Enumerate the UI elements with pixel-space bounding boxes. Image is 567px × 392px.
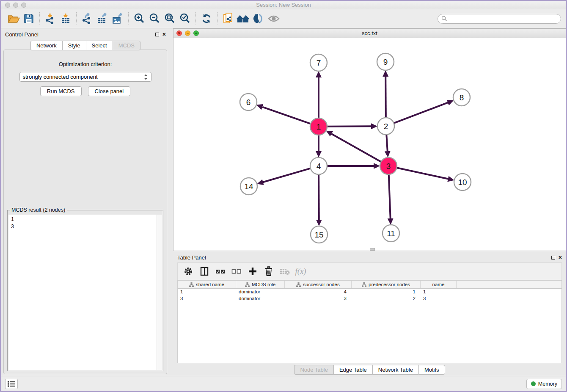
network-canvas[interactable]: 7968124310141511: [173, 38, 566, 251]
edge-4-15[interactable]: [319, 174, 319, 220]
network-window-title: scc.txt: [362, 30, 377, 36]
export-network-icon[interactable]: [80, 11, 95, 26]
node-3[interactable]: 3: [380, 157, 397, 174]
delete-column-icon[interactable]: [261, 264, 276, 279]
table-cell: 3: [421, 295, 457, 302]
mcds-result-textarea[interactable]: 1 3: [8, 215, 162, 370]
edge-1-2[interactable]: [327, 126, 371, 127]
control-panel-title: Control Panel: [5, 31, 39, 38]
column-header-name[interactable]: name: [421, 281, 457, 288]
run-mcds-button[interactable]: Run MCDS: [40, 86, 82, 96]
table-row[interactable]: 1dominator411: [178, 289, 561, 295]
node-2[interactable]: 2: [377, 118, 394, 135]
node-10[interactable]: 10: [454, 174, 471, 190]
column-header-predecessor-nodes[interactable]: predecessor nodes: [352, 281, 421, 288]
node-11[interactable]: 11: [383, 225, 399, 242]
table-cell: 1: [352, 289, 421, 295]
edge-4-14[interactable]: [263, 168, 311, 182]
node-6[interactable]: 6: [240, 94, 257, 110]
save-session-icon[interactable]: [21, 11, 36, 26]
apply-style-icon[interactable]: [251, 11, 266, 26]
search-input[interactable]: [449, 16, 557, 22]
table-cell: 1: [178, 289, 236, 295]
show-all-icon[interactable]: [236, 11, 251, 26]
column-header-successor-nodes[interactable]: successor nodes: [285, 281, 352, 288]
open-session-icon[interactable]: [6, 11, 21, 26]
node-14[interactable]: 14: [240, 178, 257, 195]
node-7[interactable]: 7: [310, 54, 327, 71]
network-zoom-button[interactable]: +: [193, 30, 199, 36]
node-9[interactable]: 9: [377, 53, 394, 70]
export-image-icon[interactable]: [110, 11, 125, 26]
float-table-panel-icon[interactable]: [551, 256, 555, 259]
zoom-in-icon[interactable]: [132, 11, 147, 26]
new-network-from-selection-icon[interactable]: [220, 11, 236, 26]
close-window-button[interactable]: [5, 3, 10, 8]
network-window-titlebar: × – + scc.txt: [173, 29, 566, 38]
edge-3-10[interactable]: [397, 168, 448, 179]
select-stepper-icon: [143, 74, 148, 80]
close-panel-button[interactable]: Close panel: [88, 86, 131, 96]
tab-node-table[interactable]: Node Table: [294, 365, 333, 375]
column-type-icon: [362, 282, 366, 287]
import-table-icon[interactable]: [58, 11, 73, 26]
svg-text:15: 15: [314, 230, 323, 239]
svg-text:3: 3: [386, 162, 391, 171]
network-minimize-button[interactable]: –: [185, 30, 190, 36]
optimization-criterion-label: Optimization criterion:: [4, 61, 167, 67]
import-network-icon[interactable]: [43, 11, 58, 26]
zoom-window-button[interactable]: [21, 3, 26, 8]
add-column-icon[interactable]: [245, 264, 260, 279]
svg-text:9: 9: [383, 58, 388, 66]
edge-2-3[interactable]: [386, 135, 387, 151]
network-close-button[interactable]: ×: [176, 30, 182, 36]
table-toolbar: f(x): [177, 262, 562, 280]
tab-style[interactable]: Style: [62, 41, 86, 50]
optimization-criterion-select[interactable]: strongly connected component: [19, 72, 151, 82]
mcds-result-title: MCDS result (2 nodes): [10, 207, 67, 213]
close-panel-icon[interactable]: ×: [162, 33, 166, 36]
tab-network-table[interactable]: Network Table: [372, 365, 418, 375]
table-cell: dominator: [236, 289, 285, 295]
table-settings-icon[interactable]: [181, 264, 195, 279]
mcds-result-group: MCDS result (2 nodes) 1 3: [7, 210, 163, 371]
column-header-shared-name[interactable]: shared name: [178, 281, 236, 288]
svg-text:10: 10: [458, 178, 467, 187]
minimize-window-button[interactable]: [13, 3, 18, 8]
edge-2-8[interactable]: [394, 102, 448, 123]
node-1[interactable]: 1: [310, 118, 327, 135]
tab-mcds[interactable]: MCDS: [113, 41, 140, 50]
hide-selected-icon[interactable]: [266, 11, 281, 26]
first-neighbors-icon[interactable]: [199, 11, 214, 26]
float-panel-icon[interactable]: [155, 33, 159, 36]
result-scrollbar[interactable]: [157, 215, 162, 370]
node-8[interactable]: 8: [453, 89, 470, 106]
mcds-result-values: 1 3: [8, 215, 162, 230]
table-row[interactable]: 3dominator323: [178, 295, 561, 302]
node-4[interactable]: 4: [310, 157, 327, 174]
node-15[interactable]: 15: [311, 226, 328, 243]
column-header-MCDS-role[interactable]: MCDS role: [236, 281, 285, 288]
zoom-out-icon[interactable]: [147, 11, 162, 26]
horizontal-splitter-handle[interactable]: [370, 248, 375, 251]
show-column-icon[interactable]: [197, 264, 212, 279]
tab-motifs[interactable]: Motifs: [418, 365, 445, 375]
tab-network[interactable]: Network: [30, 41, 62, 50]
task-history-button[interactable]: [5, 379, 18, 389]
tab-select[interactable]: Select: [86, 41, 113, 50]
memory-button[interactable]: Memory: [526, 379, 562, 389]
edge-2-9[interactable]: [385, 77, 386, 118]
edge-1-6[interactable]: [262, 107, 311, 124]
tab-edge-table[interactable]: Edge Table: [333, 365, 372, 375]
zoom-fit-icon[interactable]: [162, 11, 177, 26]
edge-3-11[interactable]: [389, 174, 391, 218]
zoom-selected-icon[interactable]: [177, 11, 193, 26]
search-icon: [441, 16, 447, 22]
search-field[interactable]: [438, 14, 561, 24]
close-table-panel-icon[interactable]: ×: [559, 256, 562, 259]
select-all-icon[interactable]: [213, 264, 228, 279]
edge-3-1[interactable]: [331, 134, 381, 162]
toolbar-separator: [128, 12, 129, 25]
export-table-icon[interactable]: [95, 11, 110, 26]
unselect-all-icon[interactable]: [229, 264, 244, 279]
